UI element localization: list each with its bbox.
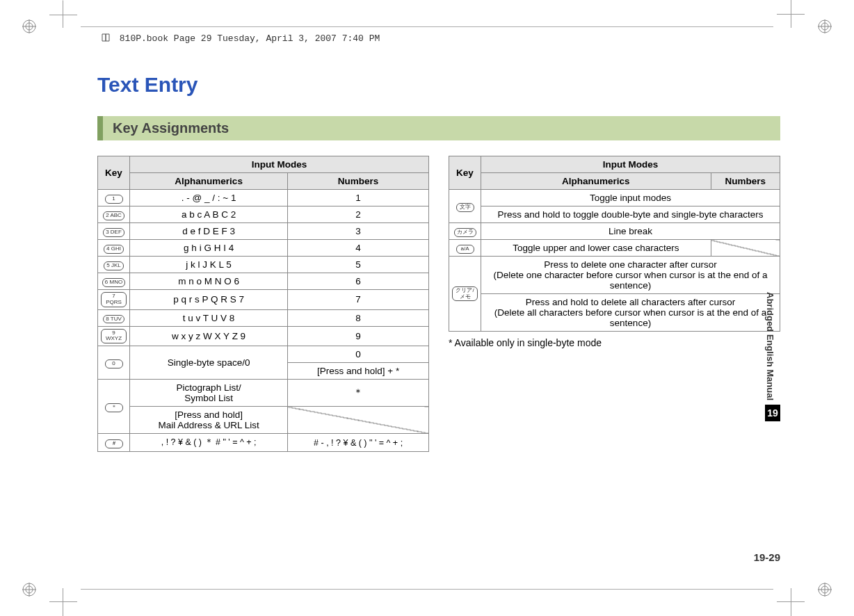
side-tab: Abridged English Manual 19 (765, 292, 780, 421)
table-row: ＊ Pictograph List/ Symbol List ＊ (98, 380, 429, 407)
cell-alpha: g h i G H I 4 (130, 240, 288, 257)
cell-alpha: . - @ _ / : ~ 1 (130, 190, 288, 206)
key-icon: 7 PQRS (101, 292, 127, 307)
table-row: 9 WXYZ w x y z W X Y Z 9 9 (98, 326, 429, 346)
cell-alpha: d e f D E F 3 (130, 223, 288, 240)
table-row: ＃ , ! ? ¥ & ( ) ＊ # " ' = ^ + ; # - , ! … (98, 434, 429, 452)
cell-text: Press and hold to toggle double-byte and… (481, 206, 780, 223)
cell-alpha: Single-byte space/0 (130, 346, 288, 380)
cell-num: 4 (288, 240, 429, 257)
key-icon: 2 ABC (103, 211, 124, 220)
cell-text: Toggle input modes (481, 190, 780, 206)
th-numbers: Numbers (711, 173, 780, 190)
cell-alpha: [Press and hold] Mail Address & URL List (130, 407, 288, 434)
cell-alpha: j k l J K L 5 (130, 257, 288, 273)
key-icon: 1 (105, 195, 123, 204)
cell-num: 8 (288, 309, 429, 326)
cell-na (711, 240, 780, 257)
key-assignments-table-left: Key Input Modes Alphanumerics Numbers 1 … (97, 156, 429, 452)
page-title: Text Entry (97, 73, 780, 97)
table-row: Press and hold to toggle double-byte and… (449, 206, 780, 223)
table-row: [Press and hold] Mail Address & URL List (98, 407, 429, 434)
cell-alpha: m n o M N O 6 (130, 273, 288, 290)
th-numbers: Numbers (288, 173, 429, 190)
table-row: 4 GHI g h i G H I 4 4 (98, 240, 429, 257)
table-row: 0 Single-byte space/0 0 (98, 346, 429, 363)
th-input-modes: Input Modes (130, 156, 429, 173)
key-icon: 4 GHI (104, 245, 124, 254)
th-alphanumerics: Alphanumerics (130, 173, 288, 190)
header-file-path: 810P.book Page 29 Tuesday, April 3, 2007… (101, 33, 380, 45)
book-icon (101, 33, 111, 45)
table-row: 1 . - @ _ / : ~ 1 1 (98, 190, 429, 206)
cell-na (288, 407, 429, 434)
cell-num: 6 (288, 273, 429, 290)
cell-num: ＊ (288, 380, 429, 407)
table-row: カメラ Line break (449, 223, 780, 240)
cell-text: Line break (481, 223, 780, 240)
cell-alpha: p q r s P Q R S 7 (130, 290, 288, 310)
registration-circle-icon (818, 19, 832, 33)
cell-alpha: Pictograph List/ Symbol List (130, 380, 288, 407)
key-icon: 9 WXYZ (101, 329, 127, 344)
side-tab-label: Abridged English Manual (765, 292, 775, 400)
key-assignments-table-right: Key Input Modes Alphanumerics Numbers 文字… (449, 156, 780, 332)
key-icon: 8 TUV (103, 315, 124, 324)
table-row: 2 ABC a b c A B C 2 2 (98, 206, 429, 223)
registration-marks-bottom (0, 574, 854, 616)
th-key: Key (449, 156, 481, 190)
cell-num: # - , ! ? ¥ & ( ) " ' = ^ + ; (288, 434, 429, 452)
cell-num: 7 (288, 290, 429, 310)
cell-text: Press and hold to delete all characters … (481, 294, 780, 332)
key-icon: 0 (105, 359, 123, 368)
key-icon: 5 JKL (104, 261, 123, 270)
key-icon: ＃ (105, 439, 123, 448)
table-row: a/A Toggle upper and lower case characte… (449, 240, 780, 257)
cell-alpha: t u v T U V 8 (130, 309, 288, 326)
cell-num: [Press and hold] + * (288, 363, 429, 380)
table-row: 3 DEF d e f D E F 3 3 (98, 223, 429, 240)
th-alphanumerics: Alphanumerics (481, 173, 711, 190)
section-heading: Key Assignments (97, 116, 780, 140)
key-icon: 6 MNO (102, 278, 125, 287)
footnote: * Available only in single-byte mode (449, 337, 780, 348)
registration-circle-icon (818, 583, 832, 597)
table-row: 6 MNO m n o M N O 6 6 (98, 273, 429, 290)
cell-text: Toggle upper and lower case characters (481, 240, 711, 257)
registration-circle-icon (22, 19, 36, 33)
key-icon: クリア/メモ (452, 286, 478, 302)
registration-circle-icon (22, 583, 36, 597)
cell-num: 0 (288, 346, 429, 363)
table-row: 5 JKL j k l J K L 5 5 (98, 257, 429, 273)
cell-alpha: a b c A B C 2 (130, 206, 288, 223)
key-icon: カメラ (454, 228, 476, 237)
key-icon: 3 DEF (103, 228, 124, 237)
table-row: 文字 Toggle input modes (449, 190, 780, 206)
cell-alpha: w x y z W X Y Z 9 (130, 326, 288, 346)
cell-num: 1 (288, 190, 429, 206)
chapter-badge: 19 (765, 405, 780, 421)
table-row: 8 TUV t u v T U V 8 8 (98, 309, 429, 326)
key-icon: 文字 (456, 203, 474, 212)
cell-num: 3 (288, 223, 429, 240)
cell-num: 9 (288, 326, 429, 346)
th-input-modes: Input Modes (481, 156, 780, 173)
cell-num: 2 (288, 206, 429, 223)
key-icon: a/A (456, 245, 474, 254)
cell-alpha: , ! ? ¥ & ( ) ＊ # " ' = ^ + ; (130, 434, 288, 452)
key-icon: ＊ (105, 403, 123, 412)
cell-num: 5 (288, 257, 429, 273)
table-row: 7 PQRS p q r s P Q R S 7 7 (98, 290, 429, 310)
table-row: クリア/メモ Press to delete one character aft… (449, 257, 780, 294)
table-row: Press and hold to delete all characters … (449, 294, 780, 332)
th-key: Key (98, 156, 130, 190)
page-number: 19-29 (754, 551, 780, 563)
cell-text: Press to delete one character after curs… (481, 257, 780, 294)
